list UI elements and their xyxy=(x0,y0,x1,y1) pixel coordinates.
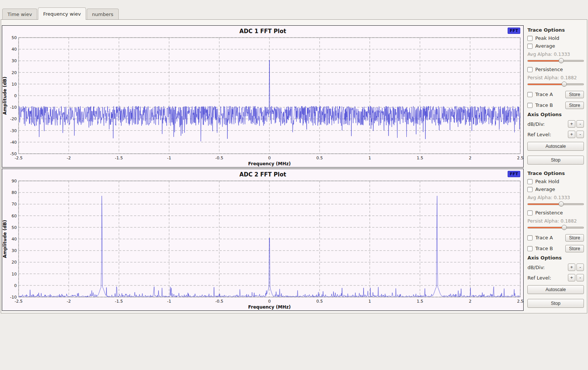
svg-text:0: 0 xyxy=(14,93,17,98)
store-trace-b-button[interactable]: Store xyxy=(565,245,584,252)
svg-text:-1: -1 xyxy=(167,299,171,304)
persistence-checkbox[interactable]: Persistence xyxy=(527,67,584,72)
trace-b-checkbox[interactable]: Trace B xyxy=(527,246,553,251)
ref-level-minus-button[interactable]: - xyxy=(576,274,584,281)
ref-level-label: Ref Level: xyxy=(527,132,551,137)
adc1-sidebar: Trace Options Peak Hold Average Avg Alph… xyxy=(524,25,587,168)
tab-numbers[interactable]: numbers xyxy=(87,9,119,19)
checkbox-icon[interactable] xyxy=(527,246,533,251)
slider-fill xyxy=(528,60,561,61)
svg-text:90: 90 xyxy=(12,179,17,184)
main-content: ADC 1 FFT Plot FFT -2.5-2-1.5-1-0.500.51… xyxy=(1,19,587,313)
adc1-plot-header: ADC 1 FFT Plot FFT xyxy=(2,26,523,35)
slider-fill xyxy=(528,227,564,228)
slider-handle[interactable] xyxy=(559,201,564,207)
checkbox-icon[interactable] xyxy=(527,103,533,108)
tab-time-view[interactable]: Time wiev xyxy=(2,9,37,19)
svg-text:50: 50 xyxy=(12,225,17,230)
persist-alpha-label: Persist Alpha: 0.1882 xyxy=(527,75,584,80)
persistence-checkbox[interactable]: Persistence xyxy=(527,210,584,216)
stop-button[interactable]: Stop xyxy=(527,156,584,165)
trace-b-row: Trace B Store xyxy=(527,245,584,252)
persistence-label: Persistence xyxy=(535,67,563,72)
fft-badge: FFT xyxy=(508,171,521,177)
adc2-fft-plot: ADC 2 FFT Plot FFT -2.5-2-1.5-1-0.500.51… xyxy=(2,169,524,311)
svg-text:2: 2 xyxy=(469,156,472,160)
fft-badge: FFT xyxy=(508,28,521,34)
slider-track[interactable] xyxy=(527,60,584,62)
slider-track[interactable] xyxy=(527,83,584,85)
svg-text:-2: -2 xyxy=(67,299,71,304)
adc1-fft-canvas: -2.5-2-1.5-1-0.500.511.522.5-50-40-30-20… xyxy=(2,35,523,166)
autoscale-button[interactable]: Autoscale xyxy=(527,285,584,294)
average-label: Average xyxy=(535,186,555,192)
slider-handle[interactable] xyxy=(562,82,567,87)
svg-text:-1.5: -1.5 xyxy=(115,156,123,160)
db-div-minus-button[interactable]: - xyxy=(576,120,584,128)
trace-b-label: Trace B xyxy=(535,102,553,108)
svg-text:2.5: 2.5 xyxy=(517,156,523,160)
store-trace-a-button[interactable]: Store xyxy=(565,234,584,242)
db-div-row: dB/Div: + - xyxy=(527,264,584,271)
trace-a-checkbox[interactable]: Trace A xyxy=(527,92,553,97)
ref-level-plus-button[interactable]: + xyxy=(568,131,575,138)
svg-text:0.5: 0.5 xyxy=(316,299,323,304)
persist-alpha-slider[interactable] xyxy=(527,81,584,87)
svg-text:-1.5: -1.5 xyxy=(115,299,123,304)
checkbox-icon[interactable] xyxy=(527,235,533,240)
checkbox-icon[interactable] xyxy=(527,187,533,192)
svg-text:10: 10 xyxy=(12,82,17,87)
ref-level-plus-button[interactable]: + xyxy=(568,274,575,281)
checkbox-icon[interactable] xyxy=(527,36,533,41)
average-checkbox[interactable]: Average xyxy=(527,43,584,49)
trace-b-row: Trace B Store xyxy=(527,101,584,109)
tab-frequency-view[interactable]: Frequency wiev xyxy=(38,7,86,20)
trace-b-checkbox[interactable]: Trace B xyxy=(527,102,553,108)
store-trace-b-button[interactable]: Store xyxy=(565,102,584,109)
svg-text:0: 0 xyxy=(14,283,17,288)
svg-text:-0.5: -0.5 xyxy=(215,299,223,304)
svg-text:80: 80 xyxy=(12,190,17,195)
adc2-fft-canvas: -2.5-2-1.5-1-0.500.511.522.5-10010203040… xyxy=(2,179,523,310)
checkbox-icon[interactable] xyxy=(527,179,533,184)
trace-a-checkbox[interactable]: Trace A xyxy=(527,235,553,240)
adc2-plot-title: ADC 2 FFT Plot xyxy=(2,171,523,178)
db-div-plus-button[interactable]: + xyxy=(568,264,575,271)
svg-text:-10: -10 xyxy=(10,295,17,300)
slider-fill xyxy=(528,204,561,205)
adc1-row: ADC 1 FFT Plot FFT -2.5-2-1.5-1-0.500.51… xyxy=(2,25,587,168)
svg-text:50: 50 xyxy=(12,35,17,40)
db-div-plus-button[interactable]: + xyxy=(568,120,575,128)
adc2-row: ADC 2 FFT Plot FFT -2.5-2-1.5-1-0.500.51… xyxy=(2,169,587,311)
trace-options-title: Trace Options xyxy=(527,170,584,176)
svg-text:1.5: 1.5 xyxy=(417,299,424,304)
autoscale-button[interactable]: Autoscale xyxy=(527,142,584,151)
average-checkbox[interactable]: Average xyxy=(527,186,584,192)
slider-handle[interactable] xyxy=(562,225,567,230)
checkbox-icon[interactable] xyxy=(527,67,533,72)
svg-text:40: 40 xyxy=(12,237,17,242)
slider-track[interactable] xyxy=(527,227,584,229)
avg-alpha-slider[interactable] xyxy=(527,58,584,64)
store-trace-a-button[interactable]: Store xyxy=(565,91,584,98)
checkbox-icon[interactable] xyxy=(527,210,533,216)
stop-button[interactable]: Stop xyxy=(527,299,584,308)
persist-alpha-slider[interactable] xyxy=(527,224,584,230)
peak-hold-checkbox[interactable]: Peak Hold xyxy=(527,179,584,184)
tab-bar: Time wiev Frequency wiev numbers xyxy=(0,0,588,19)
peak-hold-checkbox[interactable]: Peak Hold xyxy=(527,35,584,41)
slider-track[interactable] xyxy=(527,203,584,205)
svg-text:40: 40 xyxy=(12,47,17,52)
svg-text:10: 10 xyxy=(12,272,17,277)
db-div-minus-button[interactable]: - xyxy=(576,264,584,271)
avg-alpha-slider[interactable] xyxy=(527,201,584,207)
svg-text:-40: -40 xyxy=(10,140,17,145)
adc2-sidebar: Trace Options Peak Hold Average Avg Alph… xyxy=(524,169,587,311)
ref-level-minus-button[interactable]: - xyxy=(576,131,584,138)
avg-alpha-label: Avg Alpha: 0.1333 xyxy=(527,195,584,200)
svg-text:20: 20 xyxy=(12,70,17,75)
checkbox-icon[interactable] xyxy=(527,44,533,49)
slider-handle[interactable] xyxy=(559,58,564,63)
svg-text:2.5: 2.5 xyxy=(517,299,523,304)
checkbox-icon[interactable] xyxy=(527,92,533,97)
